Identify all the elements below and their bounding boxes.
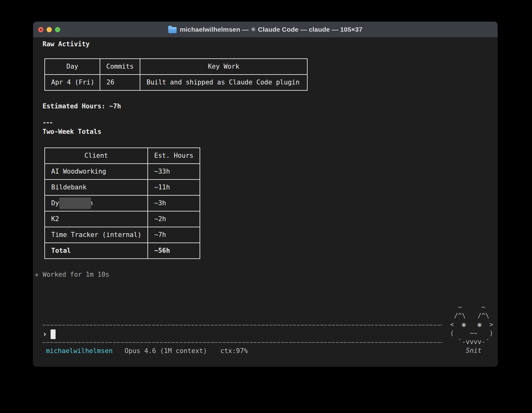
redaction-box [59, 197, 91, 209]
prompt-input[interactable]: › [43, 329, 56, 339]
cell-client-redacted: Dyn [45, 195, 148, 211]
text-cursor [51, 329, 56, 339]
cell-hours: ~33h [148, 164, 200, 179]
two-week-heading: Two-Week Totals [43, 127, 498, 136]
document-modified-dot [40, 29, 42, 31]
cell-hours: ~7h [148, 227, 200, 243]
cell-commits: 26 [100, 75, 140, 90]
cell-day: Apr 4 (Fri) [45, 75, 100, 90]
cell-key-work: Built and shipped as Claude Code plugin [140, 75, 307, 90]
cell-hours: ~11h [148, 179, 200, 195]
pet-name: Snit [450, 346, 497, 355]
terminal-content: Raw Activity Day Commits Key Work Apr 4 … [33, 37, 498, 366]
col-header-client: Client [45, 148, 148, 164]
table-row: Apr 4 (Fri) 26 Built and shipped as Clau… [45, 75, 307, 90]
worked-status: ✳ Worked for 1m 10s [35, 270, 498, 279]
status-context-percent: ctx:97% [220, 347, 248, 355]
status-bar: michaelwilhelmsen Opus 4.6 (1M context) … [46, 347, 248, 356]
col-header-key-work: Key Work [140, 59, 307, 75]
table-row: Time Tracker (internal) ~7h [45, 227, 200, 243]
zoom-button[interactable] [55, 27, 60, 32]
section-divider: --- [43, 118, 498, 127]
estimated-hours: Estimated Hours: ~7h [43, 102, 498, 111]
terminal-window: michaelwilhelmsen — ✳ Claude Code — clau… [33, 22, 498, 366]
col-header-est-hours: Est. Hours [148, 148, 200, 164]
traffic-lights [38, 22, 60, 37]
table-row: AI Woodworking ~33h [45, 164, 200, 179]
cell-hours-total: ~56h [148, 243, 200, 259]
client-name-prefix: Dy [51, 199, 59, 207]
table-row: Dyn ~3h [45, 195, 200, 211]
status-username: michaelwilhelmsen [46, 347, 113, 355]
table-header-row: Client Est. Hours [45, 148, 200, 164]
input-separator-bottom [43, 342, 442, 343]
cell-hours: ~3h [148, 195, 200, 211]
two-week-totals-table: Client Est. Hours AI Woodworking ~33h Bi… [44, 148, 200, 259]
cell-client: Time Tracker (internal) [45, 227, 148, 243]
raw-activity-heading: Raw Activity [43, 40, 498, 49]
pet-mascot: ~ ~ /^\ /^\ < ◉ ◉ > ( ~~ ) `-vvvv-´ Snit [450, 303, 498, 355]
prompt-chevron: › [43, 329, 47, 339]
pet-ascii-art: ~ ~ /^\ /^\ < ◉ ◉ > ( ~~ ) `-vvvv-´ [450, 303, 498, 346]
window-title: michaelwilhelmsen — ✳ Claude Code — clau… [180, 26, 363, 33]
table-row: K2 ~2h [45, 211, 200, 227]
col-header-day: Day [45, 59, 100, 75]
col-header-commits: Commits [100, 59, 140, 75]
cell-client: K2 [45, 211, 148, 227]
window-title-group: michaelwilhelmsen — ✳ Claude Code — clau… [168, 26, 363, 33]
folder-icon [168, 27, 177, 33]
window-titlebar[interactable]: michaelwilhelmsen — ✳ Claude Code — clau… [33, 22, 498, 38]
close-button[interactable] [38, 27, 43, 32]
table-row: Bildebank ~11h [45, 179, 200, 195]
table-total-row: Total ~56h [45, 243, 200, 259]
cell-client: AI Woodworking [45, 164, 148, 179]
raw-activity-table: Day Commits Key Work Apr 4 (Fri) 26 Buil… [44, 58, 308, 91]
minimize-button[interactable] [47, 27, 52, 32]
cell-client: Bildebank [45, 179, 148, 195]
status-model: Opus 4.6 (1M context) [125, 347, 207, 355]
cell-client-total: Total [45, 243, 148, 259]
input-separator-top [43, 325, 442, 325]
table-header-row: Day Commits Key Work [45, 59, 307, 75]
cell-hours: ~2h [148, 211, 200, 227]
